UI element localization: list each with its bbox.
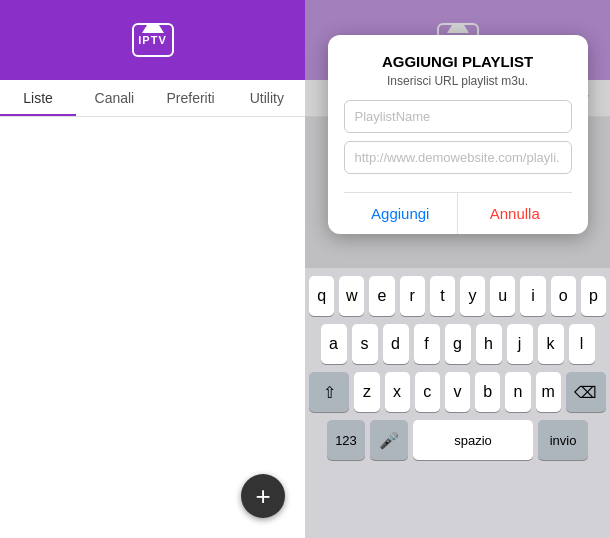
left-tab-liste[interactable]: Liste — [0, 80, 76, 116]
left-content: + — [0, 117, 305, 538]
key-m[interactable]: m — [536, 372, 561, 412]
backspace-key[interactable]: ⌫ — [566, 372, 606, 412]
left-logo-icon: IPTV — [132, 23, 174, 57]
key-s[interactable]: s — [352, 324, 378, 364]
modal-dialog: AGGIUNGI PLAYLIST Inserisci URL playlist… — [328, 35, 588, 234]
left-logo: IPTV — [132, 23, 174, 57]
left-tab-preferiti[interactable]: Preferiti — [153, 80, 229, 116]
key-t[interactable]: t — [430, 276, 455, 316]
key-b[interactable]: b — [475, 372, 500, 412]
left-tab-utility[interactable]: Utility — [229, 80, 305, 116]
shift-key[interactable]: ⇧ — [309, 372, 349, 412]
modal-buttons: Aggiungi Annulla — [344, 192, 572, 234]
key-j[interactable]: j — [507, 324, 533, 364]
left-header: IPTV — [0, 0, 305, 80]
cancel-button[interactable]: Annulla — [458, 193, 572, 234]
confirm-button[interactable]: Aggiungi — [344, 193, 459, 234]
key-e[interactable]: e — [369, 276, 394, 316]
key-g[interactable]: g — [445, 324, 471, 364]
key-r[interactable]: r — [400, 276, 425, 316]
key-w[interactable]: w — [339, 276, 364, 316]
mic-key[interactable]: 🎤 — [370, 420, 408, 460]
modal-subtitle: Inserisci URL playlist m3u. — [344, 74, 572, 88]
left-tabs: Liste Canali Preferiti Utility — [0, 80, 305, 117]
keyboard: q w e r t y u i o p a s d f g h j k l ⇧ … — [305, 268, 610, 538]
key-n[interactable]: n — [505, 372, 530, 412]
playlist-url-input[interactable] — [344, 141, 572, 174]
key-l[interactable]: l — [569, 324, 595, 364]
key-q[interactable]: q — [309, 276, 334, 316]
key-u[interactable]: u — [490, 276, 515, 316]
add-button[interactable]: + — [241, 474, 285, 518]
key-c[interactable]: c — [415, 372, 440, 412]
modal-overlay: AGGIUNGI PLAYLIST Inserisci URL playlist… — [305, 0, 610, 268]
key-k[interactable]: k — [538, 324, 564, 364]
space-key[interactable]: spazio — [413, 420, 533, 460]
key-v[interactable]: v — [445, 372, 470, 412]
left-logo-text: IPTV — [138, 34, 166, 46]
key-i[interactable]: i — [520, 276, 545, 316]
right-panel: IPTV Liste Canali Preferiti Utility AGGI… — [305, 0, 610, 538]
keyboard-row-3: ⇧ z x c v b n m ⌫ — [309, 372, 606, 412]
left-tab-canali[interactable]: Canali — [76, 80, 152, 116]
key-p[interactable]: p — [581, 276, 606, 316]
key-z[interactable]: z — [354, 372, 379, 412]
key-h[interactable]: h — [476, 324, 502, 364]
key-a[interactable]: a — [321, 324, 347, 364]
left-panel: IPTV Liste Canali Preferiti Utility + — [0, 0, 305, 538]
key-d[interactable]: d — [383, 324, 409, 364]
key-x[interactable]: x — [385, 372, 410, 412]
keyboard-row-4: 123 🎤 spazio invio — [309, 420, 606, 460]
key-o[interactable]: o — [551, 276, 576, 316]
keyboard-row-1: q w e r t y u i o p — [309, 276, 606, 316]
keyboard-row-2: a s d f g h j k l — [309, 324, 606, 364]
modal-title: AGGIUNGI PLAYLIST — [344, 53, 572, 70]
key-y[interactable]: y — [460, 276, 485, 316]
invio-key[interactable]: invio — [538, 420, 588, 460]
playlist-name-input[interactable] — [344, 100, 572, 133]
num-key[interactable]: 123 — [327, 420, 365, 460]
key-f[interactable]: f — [414, 324, 440, 364]
